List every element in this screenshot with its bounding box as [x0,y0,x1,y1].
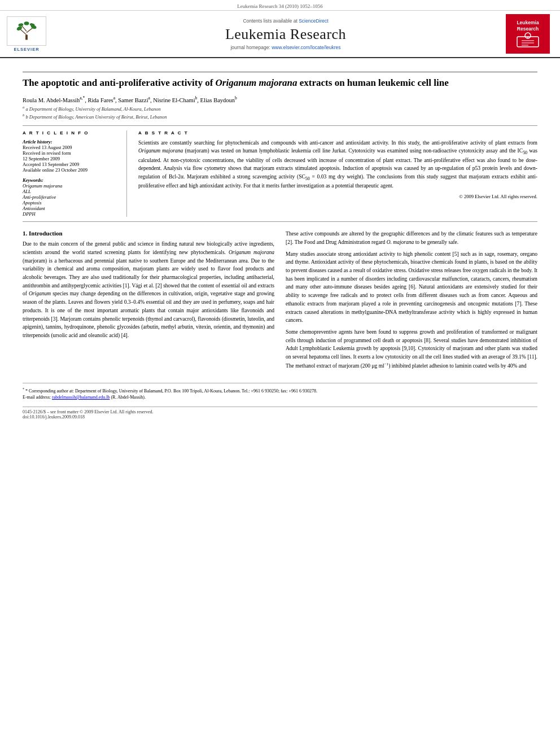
info-abstract-section: A R T I C L E I N F O Article history: R… [23,130,537,217]
article-content: The apoptotic and anti-proliferative act… [0,58,560,429]
abstract-text: Scientists are constantly searching for … [138,139,537,190]
abstract-column: A B S T R A C T Scientists are constantl… [138,130,537,217]
sciencedirect-label: Contents lists available at ScienceDirec… [243,18,328,24]
article-info-header: A R T I C L E I N F O [23,130,119,136]
section1-para1: Due to the main concern of the general p… [23,240,274,340]
body-col-right: These active compounds are altered by th… [286,230,537,374]
body-columns: 1. Introduction Due to the main concern … [23,230,537,374]
footnote-section: * * Corresponding author at: Department … [23,383,537,401]
authors: Roula M. Abdel-Massiha,*, Rida Faresa, S… [23,95,537,103]
accepted-date: Accepted 13 September 2009 [23,161,119,167]
copyright-notice: © 2009 Elsevier Ltd. All rights reserved… [138,194,537,199]
top-bar: Leukemia Research 34 (2010) 1052–1056 [0,0,560,11]
history-label: Article history: [23,139,119,145]
svg-point-7 [24,21,29,25]
body-section: 1. Introduction Due to the main concern … [23,230,537,374]
article-history: Article history: Received 13 August 2009… [23,139,119,173]
footnote-corresponding: * * Corresponding author at: Department … [23,387,537,394]
body-col-left: 1. Introduction Due to the main concern … [23,230,274,374]
info-divider-top [23,125,537,126]
keywords-label: Keywords: [23,177,119,183]
journal-header: ELSEVIER Contents lists available at Sci… [0,11,560,58]
abstract-header: A B S T R A C T [138,130,537,136]
bottom-bar: 0145-2126/$ – see front matter © 2009 El… [23,407,537,420]
section1-para4: Some chemopreventive agents have been fo… [286,328,537,370]
keywords-section: Keywords: Origanum majorana ALL Anti-pro… [23,177,119,217]
article-info-column: A R T I C L E I N F O Article history: R… [23,130,127,217]
elsevier-logo-box [7,16,46,46]
available-date: Available online 23 October 2009 [23,167,119,173]
keyword-3: Anti-proliferative [23,194,119,200]
footnote-email: E-mail address: rabdelmassih@balamand.ed… [23,394,537,401]
section1-para3: Many studies associate strong antioxidan… [286,250,537,325]
header-divider [23,72,537,72]
section1-title: 1. Introduction [23,230,274,237]
doi-line: doi:10.1016/j.leukres.2009.09.018 [23,414,537,420]
elsevier-tree-icon [16,20,37,42]
journal-homepage-link[interactable]: www.elsevier.com/locate/leukres [272,45,340,50]
keyword-1: Origanum majorana [23,183,119,189]
page: Leukemia Research 34 (2010) 1052–1056 [0,0,560,747]
svg-rect-0 [25,34,28,40]
issn-line: 0145-2126/$ – see front matter © 2009 El… [23,409,537,414]
keyword-5: Antioxidant [23,206,119,211]
journal-logo-icon [516,32,540,48]
affiliation-b: b b Department of Biology, American Univ… [23,113,537,120]
affiliations: a a Department of Biology, University of… [23,105,537,120]
received-date: Received 13 August 2009 [23,145,119,150]
journal-logo-area: Leukemia Research [502,14,553,54]
revised-label: Received in revised form [23,150,119,156]
sciencedirect-link[interactable]: ScienceDirect [299,18,328,24]
journal-homepage: journal homepage: www.elsevier.com/locat… [230,45,340,50]
svg-line-2 [27,27,33,32]
journal-logo-box: Leukemia Research [506,14,550,54]
section1-para2: These active compounds are altered by th… [286,230,537,246]
svg-line-3 [21,25,27,31]
elsevier-logo: ELSEVIER [7,16,46,52]
corresponding-email-link[interactable]: rabdelmassih@balamand.edu.lb [52,395,110,400]
elsevier-logo-area: ELSEVIER [7,14,69,54]
revised-date: 12 September 2009 [23,156,119,161]
svg-point-6 [18,23,24,27]
journal-title: Leukemia Research [225,26,346,43]
keyword-6: DPPH [23,211,119,217]
article-title: The apoptotic and anti-proliferative act… [23,77,537,90]
affiliation-a: a a Department of Biology, University of… [23,105,537,112]
abstract-divider-bottom [23,221,537,222]
journal-logo-title: Leukemia Research [517,20,539,32]
journal-header-center: Contents lists available at ScienceDirec… [69,14,502,54]
keyword-2: ALL [23,189,119,194]
journal-volume-info: Leukemia Research 34 (2010) 1052–1056 [237,3,322,9]
keyword-4: Apoptosis [23,200,119,206]
elsevier-wordmark: ELSEVIER [14,47,39,52]
